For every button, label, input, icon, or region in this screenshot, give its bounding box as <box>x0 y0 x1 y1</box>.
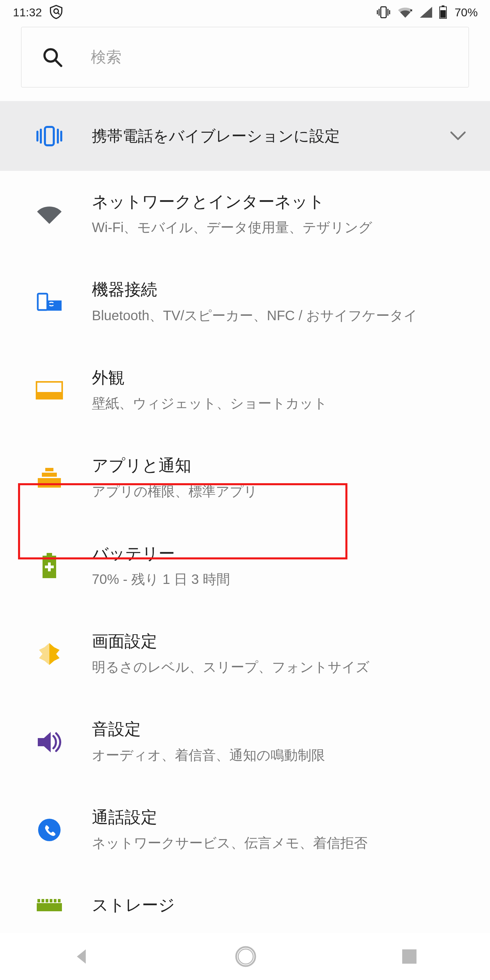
storage-icon <box>32 898 66 912</box>
settings-item-subtitle: ネットワークサービス、伝言メモ、着信拒否 <box>92 833 453 853</box>
signal-icon <box>419 6 433 18</box>
vibrate-icon <box>32 124 66 148</box>
svg-rect-19 <box>45 566 54 568</box>
settings-item-storage[interactable]: ストレージ <box>0 874 490 916</box>
svg-rect-23 <box>41 899 44 902</box>
svg-point-28 <box>236 947 255 966</box>
settings-item-display[interactable]: 画面設定 明るさのレベル、スリープ、フォントサイズ <box>0 611 490 698</box>
settings-item-title: 機器接続 <box>92 279 472 300</box>
settings-item-subtitle: Bluetooth、TV/スピーカー、NFC / おサイフケータイ <box>92 305 453 326</box>
hint-vibrate-label: 携帯電話をバイブレーションに設定 <box>66 126 450 146</box>
phone-icon <box>32 818 66 842</box>
settings-item-appearance[interactable]: 外観 壁紙、ウィジェット、ショートカット <box>0 347 490 434</box>
svg-rect-25 <box>50 899 52 902</box>
svg-rect-15 <box>38 478 61 488</box>
settings-item-subtitle: Wi‑Fi、モバイル、データ使用量、テザリング <box>92 217 453 237</box>
svg-point-29 <box>238 949 253 964</box>
nav-back-icon[interactable] <box>72 947 91 966</box>
svg-rect-16 <box>47 553 52 556</box>
settings-item-title: 音設定 <box>92 719 472 740</box>
chevron-down-icon[interactable] <box>450 131 466 141</box>
shield-icon <box>49 5 63 20</box>
svg-line-7 <box>55 60 61 66</box>
svg-rect-12 <box>37 392 62 398</box>
svg-rect-5 <box>440 10 446 18</box>
battery-percent: 70% <box>455 6 478 19</box>
svg-rect-14 <box>42 473 57 477</box>
settings-item-network[interactable]: ネットワークとインターネット Wi‑Fi、モバイル、データ使用量、テザリング <box>0 171 490 259</box>
status-bar: 11:32 70% <box>0 0 490 24</box>
sound-icon <box>32 731 66 753</box>
settings-item-subtitle: 明るさのレベル、スリープ、フォントサイズ <box>92 657 453 677</box>
settings-item-title: アプリと通知 <box>92 455 472 476</box>
svg-rect-2 <box>381 7 386 18</box>
svg-rect-24 <box>46 899 48 902</box>
battery-icon <box>32 553 66 579</box>
settings-item-title: 通話設定 <box>92 807 472 828</box>
battery-status-icon <box>439 5 447 19</box>
vibrate-icon <box>375 6 391 19</box>
svg-point-0 <box>54 9 58 13</box>
settings-item-subtitle: 70% - 残り 1 日 3 時間 <box>92 569 453 589</box>
connected-devices-icon <box>32 292 66 313</box>
settings-item-subtitle: アプリの権限、標準アプリ <box>92 481 453 501</box>
svg-rect-30 <box>402 950 417 964</box>
settings-item-subtitle: オーディオ、着信音、通知の鳴動制限 <box>92 745 453 765</box>
settings-item-sound[interactable]: 音設定 オーディオ、着信音、通知の鳴動制限 <box>0 698 490 786</box>
status-time: 11:32 <box>13 6 42 19</box>
svg-rect-8 <box>45 127 54 145</box>
settings-item-connected-devices[interactable]: 機器接続 Bluetooth、TV/スピーカー、NFC / おサイフケータイ <box>0 259 490 347</box>
nav-home-icon[interactable] <box>234 945 257 968</box>
svg-rect-9 <box>38 294 47 310</box>
svg-line-1 <box>58 13 60 14</box>
svg-rect-27 <box>58 899 60 902</box>
nav-bar <box>0 933 490 980</box>
nav-recent-icon[interactable] <box>401 948 418 965</box>
settings-item-title: 画面設定 <box>92 631 472 652</box>
settings-item-title: ストレージ <box>92 894 472 916</box>
search-icon <box>42 47 63 68</box>
svg-rect-22 <box>37 899 40 902</box>
svg-rect-26 <box>54 899 56 902</box>
apps-icon <box>32 467 66 489</box>
svg-rect-21 <box>37 903 62 911</box>
settings-item-title: ネットワークとインターネット <box>92 191 472 212</box>
search-bar[interactable] <box>21 27 469 88</box>
svg-rect-13 <box>45 468 53 471</box>
wifi-icon <box>32 204 66 224</box>
settings-item-subtitle: 壁紙、ウィジェット、ショートカット <box>92 393 453 414</box>
settings-item-battery[interactable]: バッテリー 70% - 残り 1 日 3 時間 <box>0 523 490 611</box>
appearance-icon <box>32 381 66 399</box>
svg-point-20 <box>38 819 60 841</box>
search-input[interactable] <box>91 48 469 66</box>
settings-item-call[interactable]: 通話設定 ネットワークサービス、伝言メモ、着信拒否 <box>0 786 490 874</box>
settings-item-title: バッテリー <box>92 543 472 564</box>
settings-item-title: 外観 <box>92 367 472 388</box>
hint-vibrate-row[interactable]: 携帯電話をバイブレーションに設定 <box>0 101 490 171</box>
display-icon <box>32 642 66 666</box>
wifi-status-icon <box>398 6 413 18</box>
settings-item-apps-notifications[interactable]: アプリと通知 アプリの権限、標準アプリ <box>0 434 490 522</box>
